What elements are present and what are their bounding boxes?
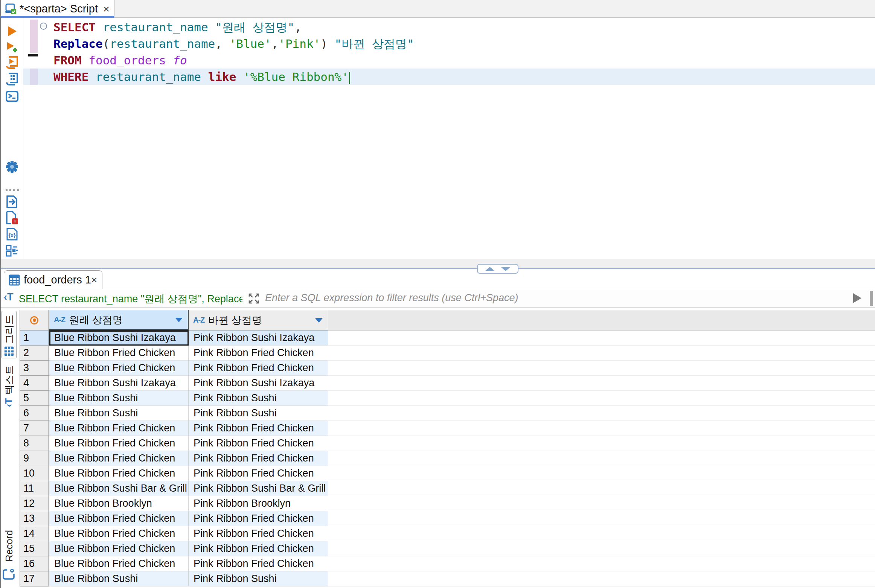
- row-empty-area: [328, 556, 875, 571]
- column-dropdown-icon[interactable]: [315, 318, 323, 323]
- side-tab-text[interactable]: 텍스트 ‹T: [2, 363, 17, 415]
- results-tab-close-icon[interactable]: ×: [91, 275, 97, 285]
- execute-new-tab-button[interactable]: [5, 41, 19, 54]
- original-name-cell[interactable]: Blue Ribbon Fried Chicken: [49, 361, 189, 376]
- row-empty-area: [328, 421, 875, 436]
- results-tab-food-orders[interactable]: food_orders 1 ×: [4, 270, 102, 289]
- editor-tab-sparta-script[interactable]: *<sparta> Script ×: [1, 0, 114, 18]
- applied-filter-expression[interactable]: SELECT restaurant_name "원래 상점명", Replace…: [19, 292, 242, 306]
- original-name-cell[interactable]: Blue Ribbon Fried Chicken: [49, 451, 189, 466]
- original-name-cell[interactable]: Blue Ribbon Fried Chicken: [49, 436, 189, 451]
- sort-az-icon: A-Z: [193, 316, 204, 324]
- results-filter-bar: ‹T SELECT restaurant_name "원래 상점명", Repl…: [1, 289, 875, 308]
- row-number-cell[interactable]: 12: [20, 496, 49, 511]
- row-number-cell[interactable]: 2: [20, 346, 49, 361]
- grid-header-row: A-Z 원래 상점명 A-Z 바뀐 상점명: [20, 310, 875, 331]
- row-empty-area: [328, 376, 875, 391]
- replaced-name-cell[interactable]: Pink Ribbon Fried Chicken: [189, 466, 328, 481]
- original-name-cell[interactable]: Blue Ribbon Fried Chicken: [49, 556, 189, 571]
- replaced-name-cell[interactable]: Pink Ribbon Fried Chicken: [189, 511, 328, 526]
- replaced-name-cell[interactable]: Pink Ribbon Fried Chicken: [189, 556, 328, 571]
- original-name-cell[interactable]: Blue Ribbon Sushi Izakaya: [49, 376, 189, 391]
- replaced-name-cell[interactable]: Pink Ribbon Sushi: [189, 571, 328, 586]
- original-name-cell[interactable]: Blue Ribbon Sushi Izakaya: [49, 331, 189, 346]
- row-number-cell[interactable]: 9: [20, 451, 49, 466]
- original-name-cell[interactable]: Blue Ribbon Fried Chicken: [49, 511, 189, 526]
- file-variables-button[interactable]: {x}: [5, 227, 19, 241]
- replaced-name-cell[interactable]: Pink Ribbon Fried Chicken: [189, 451, 328, 466]
- sql-code-area[interactable]: − SELECT restaurant_name "원래 상점명",Replac…: [23, 18, 875, 260]
- original-name-cell[interactable]: Blue Ribbon Sushi: [49, 391, 189, 406]
- editor-tab-close-icon[interactable]: ×: [103, 3, 110, 15]
- table-row: 16 Blue Ribbon Fried Chicken Pink Ribbon…: [20, 556, 875, 571]
- replaced-name-cell[interactable]: Pink Ribbon Fried Chicken: [189, 346, 328, 361]
- original-name-cell[interactable]: Blue Ribbon Fried Chicken: [49, 346, 189, 361]
- replaced-name-cell[interactable]: Pink Ribbon Sushi Izakaya: [189, 376, 328, 391]
- replaced-name-cell[interactable]: Pink Ribbon Fried Chicken: [189, 541, 328, 556]
- collapse-down-icon[interactable]: [501, 267, 511, 271]
- row-number-cell[interactable]: 17: [20, 571, 49, 586]
- side-tab-record[interactable]: Record: [2, 523, 17, 587]
- replaced-name-cell[interactable]: Pink Ribbon Fried Chicken: [189, 526, 328, 541]
- replaced-name-cell[interactable]: Pink Ribbon Fried Chicken: [189, 361, 328, 376]
- row-number-cell[interactable]: 16: [20, 556, 49, 571]
- current-row-indicator-icon: [30, 316, 38, 324]
- column-header-label: 원래 상점명: [69, 313, 123, 327]
- file-error-button[interactable]: !: [5, 211, 19, 224]
- original-name-cell[interactable]: Blue Ribbon Fried Chicken: [49, 526, 189, 541]
- row-number-cell[interactable]: 11: [20, 481, 49, 496]
- grid-corner-cell[interactable]: [20, 310, 49, 331]
- replaced-name-cell[interactable]: Pink Ribbon Sushi: [189, 391, 328, 406]
- apply-filter-icon[interactable]: [852, 293, 862, 303]
- original-name-cell[interactable]: Blue Ribbon Fried Chicken: [49, 541, 189, 556]
- original-name-cell[interactable]: Blue Ribbon Brooklyn: [49, 496, 189, 511]
- row-number-cell[interactable]: 7: [20, 421, 49, 436]
- original-name-cell[interactable]: Blue Ribbon Sushi Bar & Grill: [49, 481, 189, 496]
- original-name-cell[interactable]: Blue Ribbon Fried Chicken: [49, 466, 189, 481]
- pane-divider[interactable]: [1, 259, 875, 270]
- code-fold-icon[interactable]: −: [40, 23, 47, 30]
- execute-statement-button[interactable]: [5, 24, 19, 38]
- svg-text:!: !: [14, 219, 16, 224]
- column-dropdown-icon[interactable]: [175, 318, 183, 322]
- replaced-name-cell[interactable]: Pink Ribbon Fried Chicken: [189, 436, 328, 451]
- filter-input[interactable]: Enter a SQL expression to filter results…: [265, 292, 518, 304]
- row-number-cell[interactable]: 3: [20, 361, 49, 376]
- table-row: 2 Blue Ribbon Fried Chicken Pink Ribbon …: [20, 346, 875, 361]
- row-number-cell[interactable]: 13: [20, 511, 49, 526]
- row-number-cell[interactable]: 1: [20, 331, 49, 346]
- row-number-cell[interactable]: 10: [20, 466, 49, 481]
- column-header-original-name[interactable]: A-Z 원래 상점명: [49, 310, 189, 331]
- collapse-up-icon[interactable]: [485, 267, 495, 271]
- replaced-name-cell[interactable]: Pink Ribbon Brooklyn: [189, 496, 328, 511]
- side-tab-grid[interactable]: 그리드: [2, 311, 17, 358]
- parameters-icon: [6, 245, 18, 257]
- execute-script-button[interactable]: [5, 56, 19, 69]
- replaced-name-cell[interactable]: Pink Ribbon Sushi: [189, 406, 328, 421]
- sql-console-button[interactable]: [5, 90, 19, 103]
- record-view-icon: [3, 568, 15, 580]
- execute-script-tabs-button[interactable]: [5, 72, 19, 86]
- row-empty-area: [328, 436, 875, 451]
- row-number-cell[interactable]: 4: [20, 376, 49, 391]
- row-number-cell[interactable]: 5: [20, 391, 49, 406]
- sql-code-lines: SELECT restaurant_name "원래 상점명",Replace(…: [53, 19, 875, 85]
- filter-scrollbar[interactable]: [870, 291, 873, 306]
- row-number-cell[interactable]: 6: [20, 406, 49, 421]
- parameters-button[interactable]: [5, 244, 19, 257]
- original-name-cell[interactable]: Blue Ribbon Sushi: [49, 406, 189, 421]
- row-number-cell[interactable]: 15: [20, 541, 49, 556]
- replaced-name-cell[interactable]: Pink Ribbon Fried Chicken: [189, 421, 328, 436]
- replaced-name-cell[interactable]: Pink Ribbon Sushi Bar & Grill: [189, 481, 328, 496]
- replaced-name-cell[interactable]: Pink Ribbon Sushi Izakaya: [189, 331, 328, 346]
- table-row: 8 Blue Ribbon Fried Chicken Pink Ribbon …: [20, 436, 875, 451]
- row-number-cell[interactable]: 14: [20, 526, 49, 541]
- table-row: 11 Blue Ribbon Sushi Bar & Grill Pink Ri…: [20, 481, 875, 496]
- column-header-replaced-name[interactable]: A-Z 바뀐 상점명: [189, 310, 328, 331]
- row-number-cell[interactable]: 8: [20, 436, 49, 451]
- expand-filter-icon[interactable]: [248, 292, 260, 305]
- export-results-button[interactable]: [5, 195, 19, 209]
- settings-gear-button[interactable]: [5, 160, 19, 174]
- original-name-cell[interactable]: Blue Ribbon Fried Chicken: [49, 421, 189, 436]
- original-name-cell[interactable]: Blue Ribbon Sushi: [49, 571, 189, 586]
